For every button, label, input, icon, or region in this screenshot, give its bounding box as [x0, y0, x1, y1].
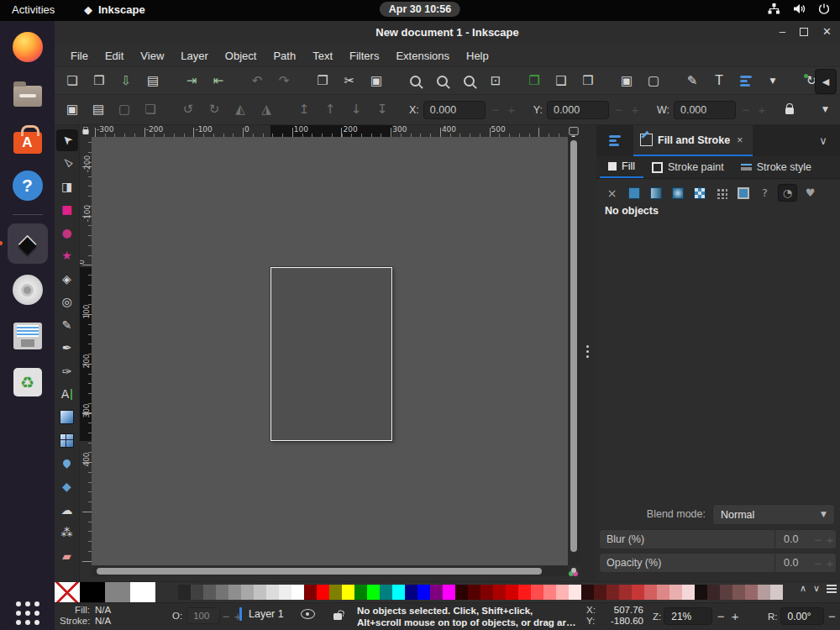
rotate-cw-button[interactable]: ↻: [203, 99, 225, 121]
flat-color-button[interactable]: [625, 185, 643, 201]
palette-swatch[interactable]: [279, 585, 291, 600]
layer-lock-toggle[interactable]: [333, 613, 342, 620]
box3d-tool-button[interactable]: ◈: [56, 268, 78, 290]
menu-path[interactable]: Path: [265, 47, 303, 65]
display-mode-button[interactable]: [568, 125, 580, 137]
pattern-button[interactable]: [690, 185, 708, 201]
linear-gradient-button[interactable]: [647, 185, 664, 201]
palette-swatch[interactable]: [632, 585, 644, 600]
menu-filters[interactable]: Filters: [342, 47, 386, 65]
tweak-tool-button[interactable]: ☁: [56, 499, 78, 521]
raise-to-top-button[interactable]: ↥: [293, 99, 315, 121]
flip-horizontal-button[interactable]: ◭: [229, 99, 251, 121]
rotation-field[interactable]: 0.00°: [780, 607, 824, 625]
palette-swatch[interactable]: [443, 585, 455, 600]
palette-swatch[interactable]: [178, 585, 191, 600]
fill-stroke-tab[interactable]: Fill and Stroke ×: [633, 125, 753, 156]
horizontal-scrollbar[interactable]: [92, 566, 568, 576]
menu-edit[interactable]: Edit: [97, 47, 131, 65]
menu-help[interactable]: Help: [459, 47, 496, 65]
palette-swatch[interactable]: [518, 585, 531, 600]
group-button[interactable]: ▣: [616, 70, 638, 92]
palette-swatch[interactable]: [619, 585, 632, 600]
select-all-layers-button[interactable]: ▤: [87, 99, 109, 121]
zoom-field[interactable]: 21%: [664, 607, 712, 625]
rectangle-tool-button[interactable]: ■: [56, 198, 78, 220]
dock-item-ubuntu-software[interactable]: A: [8, 119, 48, 160]
radial-gradient-button[interactable]: [669, 185, 686, 201]
palette-swatch[interactable]: [745, 585, 758, 600]
app-menu[interactable]: ◆ Inkscape: [84, 3, 145, 16]
blur-decrement[interactable]: −: [813, 533, 823, 547]
tab-fill[interactable]: Fill: [600, 156, 643, 178]
blend-mode-dropdown[interactable]: Normal ▼: [712, 504, 835, 525]
align-dialog-button[interactable]: [735, 70, 757, 92]
dock-item-media-floppy[interactable]: [8, 316, 48, 356]
palette-swatch-gray[interactable]: [105, 582, 130, 603]
new-document-button[interactable]: ❏: [61, 70, 83, 92]
calligraphy-tool-button[interactable]: ✑: [56, 360, 78, 382]
v-scroll-thumb[interactable]: [570, 140, 577, 552]
pencil-tool-button[interactable]: ✎: [56, 314, 78, 336]
print-button[interactable]: ▤: [142, 70, 164, 92]
dock-item-help[interactable]: ?: [8, 165, 48, 206]
import-button[interactable]: ⇥: [181, 70, 202, 92]
dock-item-files[interactable]: [8, 73, 48, 113]
palette-scroll-up-button[interactable]: ∧: [800, 584, 806, 593]
lower-to-bottom-button[interactable]: ↧: [371, 99, 393, 121]
palette-swatch[interactable]: [367, 585, 380, 600]
w-decrement[interactable]: −: [741, 102, 751, 117]
ellipse-tool-button[interactable]: ●: [56, 222, 78, 244]
rotate-ccw-button[interactable]: ↺: [177, 99, 199, 121]
palette-swatch[interactable]: [493, 585, 506, 600]
x-decrement[interactable]: −: [491, 102, 501, 117]
palette-swatch-white[interactable]: [130, 582, 155, 603]
clock[interactable]: Apr 30 10:56: [380, 2, 460, 17]
swatch-button[interactable]: [712, 185, 730, 201]
unlink-clone-button[interactable]: ❒: [577, 70, 599, 92]
canvas[interactable]: [92, 137, 568, 565]
units-lock-toggle[interactable]: [785, 102, 794, 118]
align-dialog-tab[interactable]: [596, 125, 633, 156]
menu-layer[interactable]: Layer: [173, 47, 216, 65]
w-coordinate-field[interactable]: 0.000: [674, 101, 736, 119]
ungroup-button[interactable]: ▢: [643, 70, 664, 92]
palette-swatch[interactable]: [455, 585, 468, 600]
palette-swatch[interactable]: [581, 585, 594, 600]
palette-swatch[interactable]: [556, 585, 569, 600]
close-button[interactable]: ✕: [822, 25, 832, 38]
palette-swatch[interactable]: [758, 585, 770, 600]
gradient-tool-button[interactable]: [56, 407, 78, 428]
menu-object[interactable]: Object: [218, 47, 265, 65]
show-applications-button[interactable]: [0, 601, 55, 625]
spiral-tool-button[interactable]: ◎: [56, 291, 78, 312]
redo-button[interactable]: ↷: [273, 70, 295, 92]
node-tool-button[interactable]: ▻: [56, 152, 78, 174]
tab-close-icon[interactable]: ×: [737, 134, 743, 146]
no-paint-button[interactable]: ×: [603, 185, 621, 201]
selection-box-button[interactable]: ❏: [139, 99, 161, 121]
zoom-selection-button[interactable]: [404, 70, 426, 92]
eraser-tool-button[interactable]: ▰: [56, 545, 78, 567]
palette-swatch[interactable]: [228, 585, 241, 600]
flip-vertical-button[interactable]: ◮: [255, 99, 277, 121]
toolbar-overflow-button[interactable]: ▼: [762, 70, 784, 92]
dock-item-trash[interactable]: ♻: [8, 362, 48, 402]
palette-swatch[interactable]: [254, 585, 266, 600]
palette-swatch[interactable]: [669, 585, 682, 600]
dock-collapse-button[interactable]: ∨: [806, 125, 840, 156]
color-management-icon[interactable]: [568, 568, 579, 578]
palette-swatch[interactable]: [531, 585, 543, 600]
rotation-decrement[interactable]: −: [827, 609, 838, 623]
vertical-scrollbar[interactable]: [568, 137, 580, 565]
x-coordinate-field[interactable]: 0.000: [423, 101, 486, 119]
y-decrement[interactable]: −: [614, 102, 624, 117]
palette-swatch[interactable]: [203, 585, 216, 600]
palette-swatch[interactable]: [342, 585, 354, 600]
opacity-increment[interactable]: +: [825, 556, 835, 570]
palette-swatch[interactable]: [291, 585, 304, 600]
open-document-button[interactable]: ❒: [88, 70, 110, 92]
palette-swatch[interactable]: [405, 585, 417, 600]
current-layer-dropdown[interactable]: Layer 1: [249, 608, 284, 620]
menu-text[interactable]: Text: [305, 47, 340, 65]
